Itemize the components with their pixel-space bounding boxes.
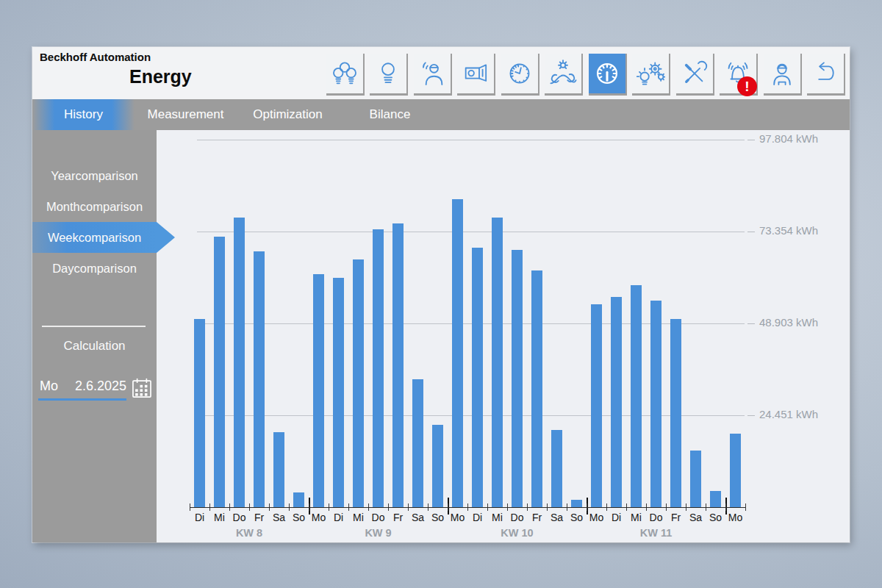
day-label: Di	[606, 512, 626, 523]
bar-kw11-fr	[670, 319, 681, 507]
toolbar-button-scenes[interactable]	[545, 54, 583, 96]
toolbar-button-scheduler-clock[interactable]	[501, 54, 539, 96]
sidebar-menu: YearcomparisonMonthcomparisonWeekcompari…	[32, 160, 157, 284]
y-tick-dash	[747, 323, 755, 324]
day-label: So	[428, 512, 448, 523]
lights-group-icon	[330, 59, 359, 88]
toolbar-button-light[interactable]	[370, 54, 408, 96]
y-tick-label: 97.804 kWh	[759, 132, 850, 145]
bar-kw11-mi	[631, 285, 642, 507]
toolbar-button-user[interactable]	[764, 54, 802, 96]
week-label: KW 8	[220, 527, 279, 539]
day-label: Sa	[547, 512, 567, 523]
day-label: Mi	[626, 512, 646, 523]
y-gridline	[197, 232, 745, 232]
window-header: Beckhoff Automation Energy !	[32, 47, 850, 99]
day-label: So	[289, 512, 309, 523]
tab-bilance[interactable]: Bilance	[339, 99, 441, 130]
bar-kw11-sa	[690, 451, 701, 507]
sidebar-item-daycomparison[interactable]: Daycomparison	[32, 253, 157, 284]
day-label: Do	[368, 512, 388, 523]
sidebar: YearcomparisonMonthcomparisonWeekcompari…	[32, 130, 157, 542]
scenes-icon	[548, 59, 578, 88]
bar-kw8-sa	[273, 432, 284, 507]
toolbar-button-service-tools[interactable]	[676, 54, 714, 96]
bar-kw8-mi	[214, 237, 225, 507]
bar-kw8-fr	[254, 251, 265, 507]
sidebar-item-yearcomparison[interactable]: Yearcomparison	[32, 160, 157, 191]
calendar-icon	[129, 376, 154, 401]
bar-kw10-sa	[551, 430, 562, 507]
date-picker: Mo 2.6.2025	[32, 377, 157, 406]
bar-kw10-di	[472, 248, 483, 507]
bar-kw11-so	[710, 491, 721, 507]
day-label: Di	[190, 512, 209, 523]
app-window: Beckhoff Automation Energy ! HistoryMeas…	[32, 47, 850, 542]
tab-measurement[interactable]: Measurement	[135, 99, 237, 130]
toolbar-button-projector[interactable]	[457, 54, 495, 96]
day-label: Mo	[725, 512, 745, 523]
bar-kw10-so	[571, 500, 582, 507]
back-arrow-icon	[811, 59, 840, 88]
date-value[interactable]: 2.6.2025	[69, 379, 126, 394]
day-label: Fr	[249, 512, 269, 523]
toolbar: !	[326, 54, 846, 96]
day-label: So	[567, 512, 587, 523]
bar-kw8-do	[234, 218, 245, 507]
day-label: So	[706, 512, 725, 523]
y-tick-dash	[747, 140, 755, 140]
day-label: Mo	[309, 512, 329, 523]
functions-bulb-gear-icon	[636, 59, 665, 88]
presence-icon	[417, 59, 447, 88]
date-field-underline	[38, 398, 126, 401]
day-label: Sa	[408, 512, 428, 523]
day-label: Fr	[388, 512, 408, 523]
toolbar-button-back-arrow[interactable]	[807, 54, 845, 96]
energy-gauge-icon	[592, 59, 622, 88]
user-icon	[767, 59, 797, 88]
axis-end-tick	[745, 503, 746, 511]
light-icon	[373, 59, 403, 88]
toolbar-button-alarm-bell[interactable]: !	[720, 54, 758, 96]
bar-kw10-mo	[452, 199, 463, 507]
projector-icon	[461, 59, 490, 88]
bar-kw9-mi	[353, 259, 364, 507]
day-label: Mi	[348, 512, 368, 523]
bar-kw11-mo	[591, 304, 602, 507]
calendar-button[interactable]	[129, 376, 154, 402]
day-label: Fr	[527, 512, 547, 523]
page-title: Energy	[129, 66, 192, 87]
toolbar-button-lights-group[interactable]	[326, 54, 365, 96]
toolbar-button-energy-gauge[interactable]	[589, 54, 627, 96]
tab-optimization[interactable]: Optimization	[237, 99, 339, 130]
day-label: Do	[507, 512, 527, 523]
day-label: Mi	[487, 512, 507, 523]
bar-kw11-do	[650, 301, 662, 507]
service-tools-icon	[680, 59, 709, 88]
y-tick-dash	[747, 232, 755, 232]
chart-area: 24.451 kWh48.903 kWh73.354 kWh97.804 kWh…	[157, 130, 850, 542]
bar-kw11-di	[611, 297, 622, 507]
bar-kw10-fr	[531, 270, 542, 507]
sidebar-item-weekcomparison[interactable]: Weekcomparison	[32, 222, 157, 253]
day-label: Mo	[448, 512, 467, 523]
bar-kw9-so	[432, 425, 443, 508]
y-tick-label: 73.354 kWh	[759, 224, 850, 237]
bar-kw9-sa	[412, 379, 423, 507]
sidebar-item-monthcomparison[interactable]: Monthcomparison	[32, 191, 157, 222]
week-label: KW 9	[349, 527, 408, 539]
tab-history[interactable]: History	[32, 99, 135, 130]
day-label: Di	[329, 512, 348, 523]
day-label: Sa	[686, 512, 706, 523]
day-label: Sa	[269, 512, 289, 523]
weekday-label: Mo	[40, 379, 58, 394]
toolbar-button-presence[interactable]	[414, 54, 452, 96]
bar-kw8-so	[293, 492, 304, 507]
scheduler-clock-icon	[505, 59, 534, 88]
bar-kw10-mi	[492, 218, 503, 507]
sidebar-divider	[42, 326, 146, 327]
y-gridline	[197, 140, 745, 140]
toolbar-button-functions-bulb-gear[interactable]	[632, 54, 670, 96]
bar-kw9-fr	[392, 223, 404, 507]
day-label: Di	[467, 512, 487, 523]
